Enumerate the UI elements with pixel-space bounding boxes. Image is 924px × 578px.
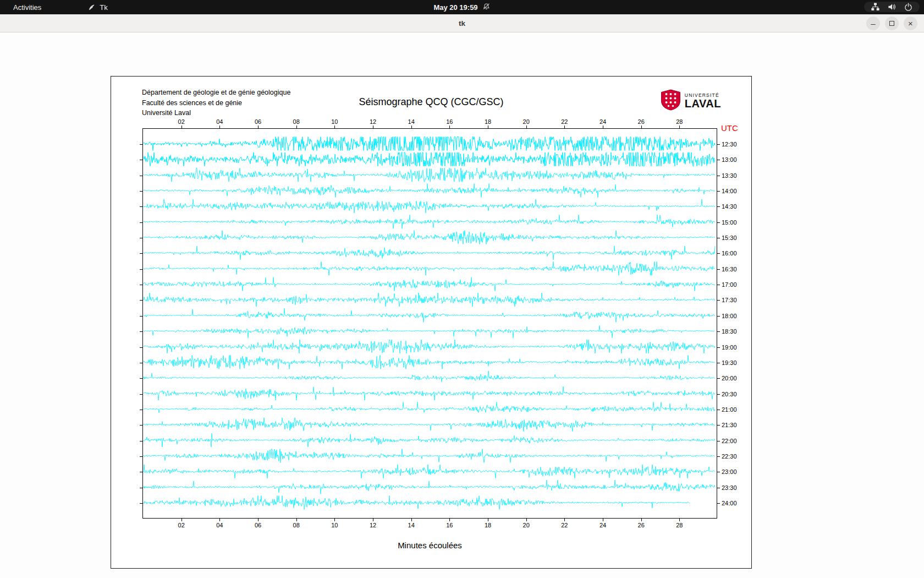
minimize-button[interactable]: –: [866, 17, 880, 30]
close-button[interactable]: ×: [904, 17, 917, 30]
x-tick-label: 28: [676, 522, 683, 528]
trace-time-label: 23:30: [722, 484, 737, 491]
volume-icon: [888, 3, 896, 11]
notifications-disabled-icon: [483, 3, 491, 12]
x-axis-tick: [526, 518, 527, 521]
y-axis-tick: [140, 425, 143, 426]
seismogram-traces: [143, 129, 717, 518]
y-axis-tick: [717, 441, 720, 441]
trace-time-label: 22:30: [722, 453, 737, 460]
trace-time-label: 16:00: [722, 250, 737, 257]
y-axis-tick: [717, 191, 720, 192]
x-tick-label: 04: [216, 522, 223, 528]
trace-time-label: 18:30: [722, 328, 737, 335]
y-axis-tick: [717, 144, 720, 145]
x-tick-label: 24: [600, 522, 606, 528]
clock-label: May 20 19:59: [433, 3, 477, 12]
power-icon: [904, 3, 912, 11]
figure-title: Séismographe QCQ (CGC/GSC): [111, 96, 751, 108]
y-axis-tick: [717, 347, 720, 348]
x-tick-label: 26: [638, 118, 645, 125]
x-axis-tick: [296, 518, 297, 521]
window-titlebar[interactable]: tk – ×: [0, 14, 924, 32]
y-axis-tick: [717, 378, 720, 379]
x-axis-tick: [258, 518, 258, 521]
logo-text-laval: LAVAL: [685, 98, 721, 110]
y-axis-tick: [140, 206, 143, 207]
y-axis-tick: [140, 378, 143, 379]
x-axis-tick: [334, 518, 335, 521]
trace-time-label: 12:30: [722, 141, 737, 148]
trace-time-label: 23:00: [722, 468, 737, 475]
trace-time-label: 17:30: [722, 297, 737, 303]
x-tick-label: 24: [600, 118, 606, 125]
x-axis-tick: [182, 126, 182, 129]
window-content: Département de géologie et de génie géol…: [0, 33, 924, 578]
trace-time-label: 16:30: [722, 266, 737, 272]
app-menu-label: Tk: [100, 3, 107, 12]
trace-time-label: 15:00: [722, 219, 737, 226]
helicorder-plot: UTC 020204040606080810101212141416161818…: [142, 128, 717, 519]
x-axis-tick: [449, 518, 450, 521]
y-axis-tick: [140, 191, 143, 192]
trace-time-label: 15:30: [722, 235, 737, 241]
y-axis-tick: [140, 472, 143, 472]
y-axis-tick: [140, 503, 143, 504]
y-axis-tick: [140, 160, 143, 160]
x-tick-label: 10: [331, 522, 338, 528]
trace-time-label: 18:00: [722, 313, 737, 319]
y-axis-tick: [717, 269, 720, 270]
x-axis-tick: [564, 126, 565, 129]
trace-time-label: 21:00: [722, 406, 737, 413]
y-axis-tick: [140, 331, 143, 332]
app-menu[interactable]: Tk: [87, 3, 107, 12]
trace-time-label: 19:00: [722, 344, 737, 351]
trace-time-label: 20:00: [722, 375, 737, 381]
x-tick-label: 14: [408, 522, 415, 528]
x-axis-tick: [449, 126, 450, 129]
x-tick-label: 18: [485, 118, 491, 125]
institution-line: Université Laval: [142, 108, 290, 118]
x-axis-tick: [603, 518, 603, 521]
x-tick-label: 14: [408, 118, 415, 125]
universite-laval-logo: UNIVERSITÉ LAVAL: [661, 89, 721, 113]
y-axis-tick: [717, 176, 720, 176]
y-axis-tick: [140, 363, 143, 363]
x-axis-tick: [373, 518, 373, 521]
trace-time-label: 22:00: [722, 438, 737, 444]
system-tray[interactable]: [864, 2, 920, 12]
y-axis-tick: [140, 316, 143, 317]
maximize-icon: [889, 21, 894, 26]
tk-icon: [87, 3, 96, 12]
y-axis-tick: [140, 222, 143, 223]
x-axis-tick: [641, 126, 642, 129]
x-axis-tick: [411, 518, 412, 521]
y-axis-tick: [140, 456, 143, 457]
trace-time-label: 13:30: [722, 172, 737, 179]
desktop: Activities Tk May 20 19:59: [0, 0, 924, 578]
x-axis-tick: [488, 518, 488, 521]
y-axis-tick: [717, 456, 720, 457]
x-tick-label: 02: [178, 118, 185, 125]
x-axis-tick: [488, 126, 488, 129]
x-tick-label: 28: [676, 118, 683, 125]
y-axis-tick: [717, 222, 720, 223]
x-axis-tick: [182, 518, 182, 521]
x-tick-label: 16: [446, 522, 453, 528]
activities-button[interactable]: Activities: [8, 2, 47, 13]
clock-button[interactable]: May 20 19:59: [433, 3, 490, 12]
x-axis-tick: [296, 126, 297, 129]
x-axis-tick: [373, 126, 373, 129]
y-axis-tick: [717, 503, 720, 504]
y-axis-tick: [717, 425, 720, 426]
y-axis-tick: [717, 206, 720, 207]
y-axis-tick: [717, 300, 720, 301]
maximize-button[interactable]: [885, 17, 899, 30]
y-axis-tick: [140, 269, 143, 270]
x-tick-label: 04: [216, 118, 223, 125]
y-axis-tick: [140, 410, 143, 410]
x-tick-label: 06: [255, 522, 261, 528]
trace-time-label: 17:00: [722, 281, 737, 288]
y-axis-tick: [717, 238, 720, 238]
y-axis-tick: [717, 285, 720, 285]
